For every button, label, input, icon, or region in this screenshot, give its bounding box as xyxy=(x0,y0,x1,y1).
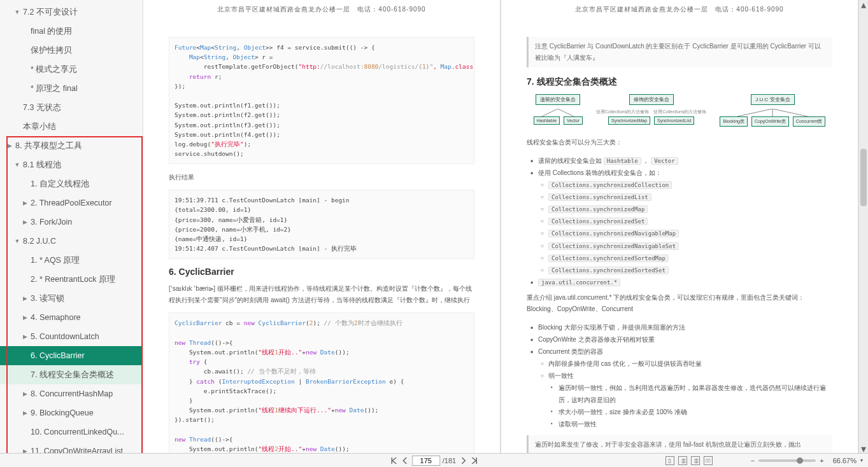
list-item: 弱一致性 xyxy=(548,370,832,382)
sidebar-item-label: final 的使用 xyxy=(31,26,72,37)
scroll-down-icon[interactable]: ▾ xyxy=(859,444,868,453)
status-bar: /181 ▯ ▯▯ ▯▯ ▯▯ − + 66.67% ▾ xyxy=(0,453,868,467)
callout-note: 遍历时如果发生了修改，对于非安全容器来讲，使用 fail-fast 机制也就是让… xyxy=(527,435,832,453)
view-single-icon[interactable]: ▯ xyxy=(665,456,674,465)
code-block: CyclicBarrier cb = new CyclicBarrier(2);… xyxy=(169,312,474,453)
scroll-thumb[interactable] xyxy=(860,149,867,206)
sidebar-item[interactable]: * 原理之 final xyxy=(0,79,143,98)
page-header: 北京市昌平区建材城西路金燕龙办公楼一层 电话：400-618-9090 xyxy=(501,0,858,24)
sidebar-item-label: 3. Fork/Join xyxy=(31,218,72,227)
list-item: 内部很多操作使用 cas 优化，一般可以提供较高吞吐量 xyxy=(548,358,832,370)
list-item: Collections.synchronizedCollection xyxy=(548,179,832,191)
page-header: 北京市昌平区建材城西路金燕龙办公楼一层 电话：400-618-9090 xyxy=(143,0,500,24)
sidebar-item[interactable]: 7. 线程安全集合类概述 xyxy=(0,365,143,384)
code-tag: Collections.synchronizedSortedMap xyxy=(548,254,669,262)
list-item: 求大小弱一致性，size 操作未必是 100% 准确 xyxy=(559,406,832,418)
sidebar-item[interactable]: ▶11. CopyOnWriteArrayList xyxy=(0,442,143,453)
sidebar-item[interactable]: ▶3. 读写锁 xyxy=(0,289,143,308)
page-total: /181 xyxy=(443,457,456,464)
list-item: Collections.synchronizedSortedSet xyxy=(548,264,832,276)
sidebar: ▼7.2 不可变设计final 的使用保护性拷贝* 模式之享元* 原理之 fin… xyxy=(0,0,143,453)
sidebar-item[interactable]: ▶8. ConcurrentHashMap xyxy=(0,384,143,403)
diagram-node: Hashtable xyxy=(534,116,560,125)
svg-line-2 xyxy=(737,109,772,116)
page-left: 北京市昌平区建材城西路金燕龙办公楼一层 电话：400-618-9090 Futu… xyxy=(143,0,500,453)
diagram-node: J.U.C 安全集合 xyxy=(751,94,794,105)
section-6-heading: 6. CyclicBarrier xyxy=(169,267,474,277)
sidebar-item-label: 7. 线程安全集合类概述 xyxy=(31,370,114,380)
sidebar-item[interactable]: ▼7.2 不可变设计 xyxy=(0,3,143,22)
sidebar-item-label: 8.2 J.U.C xyxy=(23,237,56,246)
sidebar-item-label: 2. * ReentrantLock 原理 xyxy=(31,274,115,285)
expand-icon: ▶ xyxy=(22,200,28,206)
next-page-button[interactable] xyxy=(459,456,467,465)
sidebar-item[interactable]: ▶2. ThreadPoolExecutor xyxy=(0,193,143,213)
page-right: 北京市昌平区建材城西路金燕龙办公楼一层 电话：400-618-9090 注意 C… xyxy=(501,0,858,453)
view-continuous-icon[interactable]: ▯▯ xyxy=(678,456,687,465)
collections-diagram: 遗留的安全集合 Hashtable Vector 修饰的安全集合 使用Colle… xyxy=(527,94,832,127)
sidebar-item[interactable]: ▶4. Semaphore xyxy=(0,308,143,327)
sidebar-item-label: 1. * AQS 原理 xyxy=(31,255,80,266)
sidebar-item[interactable]: 1. * AQS 原理 xyxy=(0,251,143,270)
page-navigator: /181 xyxy=(389,456,479,466)
sidebar-item[interactable]: 1. 自定义线程池 xyxy=(0,174,143,193)
diagram-node: 遗留的安全集合 xyxy=(536,94,580,105)
sidebar-item[interactable]: 2. * ReentrantLock 原理 xyxy=(0,270,143,289)
sidebar-item[interactable]: 10. ConcurrentLinkedQu... xyxy=(0,422,143,442)
sidebar-item[interactable]: 本章小结 xyxy=(0,117,143,136)
sidebar-item[interactable]: ▶9. BlockingQueue xyxy=(0,403,143,422)
view-facing-continuous-icon[interactable]: ▯▯ xyxy=(704,456,713,465)
first-page-button[interactable] xyxy=(389,456,398,465)
list-item: CopyOnWrite 之类容器修改开销相对较重 xyxy=(538,333,832,345)
code-tag: java.util.concurrent.* xyxy=(538,279,620,286)
sidebar-item[interactable]: final 的使用 xyxy=(0,22,143,41)
sidebar-item-label: 5. CountdownLatch xyxy=(31,332,99,341)
page-number-input[interactable] xyxy=(412,456,440,466)
code-output: 19:51:39.711 c.TestCountDownLatch [main]… xyxy=(169,190,474,259)
zoom-in-button[interactable]: + xyxy=(820,457,823,464)
sidebar-item[interactable]: 保护性拷贝 xyxy=(0,41,143,60)
last-page-button[interactable] xyxy=(470,456,479,465)
svg-line-4 xyxy=(772,109,808,116)
code-tag: Collections.synchronizedList xyxy=(548,193,651,201)
scroll-up-icon[interactable]: ▴ xyxy=(859,0,868,9)
list-item: Collections.synchronizedSet xyxy=(548,215,832,227)
sidebar-item[interactable]: ▼8.1 线程池 xyxy=(0,155,143,174)
sidebar-item[interactable]: 6. CyclicBarrier xyxy=(0,346,143,365)
sidebar-item-label: 2. ThreadPoolExecutor xyxy=(31,199,112,207)
view-facing-icon[interactable]: ▯▯ xyxy=(691,456,700,465)
sidebar-item[interactable]: ▶3. Fork/Join xyxy=(0,213,143,232)
list-item: 读取弱一致性 xyxy=(559,418,832,430)
sidebar-item-label: 8. ConcurrentHashMap xyxy=(31,389,113,398)
view-mode-buttons: ▯ ▯▯ ▯▯ ▯▯ xyxy=(665,456,713,465)
diagram-node: CopyOnWrite类 xyxy=(751,116,789,127)
sidebar-item-label: 4. Semaphore xyxy=(31,313,81,322)
vertical-scrollbar[interactable]: ▴ ▾ xyxy=(859,0,868,453)
list-item: Blocking 大部分实现基于锁，并提供用来阻塞的方法 xyxy=(538,321,832,333)
zoom-out-button[interactable]: − xyxy=(751,457,755,464)
list-item: 使用 Collections 装饰的线程安全集合，如： xyxy=(538,167,832,179)
sidebar-item[interactable]: 7.3 无状态 xyxy=(0,98,143,117)
section-7-heading: 7. 线程安全集合类概述 xyxy=(527,76,832,88)
zoom-slider[interactable] xyxy=(758,459,816,462)
sidebar-item[interactable]: ▶5. CountdownLatch xyxy=(0,327,143,346)
expand-icon: ▶ xyxy=(22,410,28,416)
sidebar-item[interactable]: * 模式之享元 xyxy=(0,60,143,79)
zoom-percent: 66.67% xyxy=(833,457,857,464)
expand-icon: ▶ xyxy=(22,391,28,397)
sidebar-item-label: 1. 自定义线程池 xyxy=(31,179,89,190)
sidebar-item-label: * 模式之享元 xyxy=(31,64,77,75)
sidebar-item-label: 本章小结 xyxy=(23,122,56,132)
sidebar-item[interactable]: ▶8. 共享模型之工具 xyxy=(0,136,143,155)
sidebar-item[interactable]: ▼8.2 J.U.C xyxy=(0,232,143,251)
document-viewer: 北京市昌平区建材城西路金燕龙办公楼一层 电话：400-618-9090 Futu… xyxy=(143,0,868,453)
svg-line-1 xyxy=(558,109,574,116)
sidebar-item-label: 7.2 不可变设计 xyxy=(23,7,78,18)
list-item: Concurrent 类型的容器 xyxy=(538,345,832,358)
prev-page-button[interactable] xyxy=(401,456,409,465)
sidebar-item-label: 6. CyclicBarrier xyxy=(31,351,85,360)
diagram-node: 修饰的安全集合 xyxy=(629,94,674,105)
code-tag: Collections.synchronizedNavigableMap xyxy=(548,230,679,237)
zoom-dropdown-icon[interactable]: ▾ xyxy=(860,457,863,463)
result-label: 执行结果 xyxy=(169,172,474,183)
